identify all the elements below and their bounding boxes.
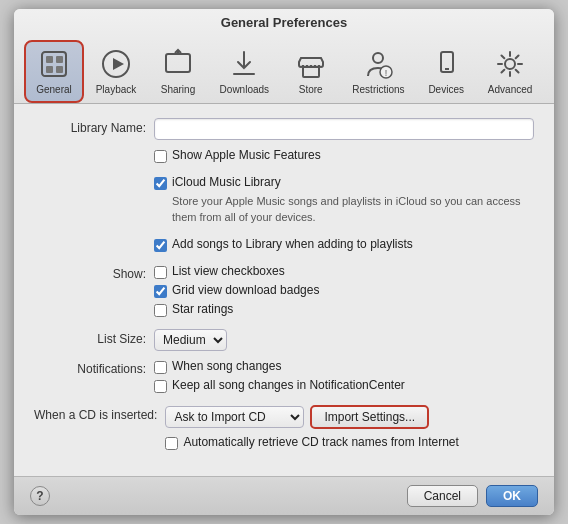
keep-all-songs-checkbox[interactable] [154, 380, 167, 393]
add-songs-row: Add songs to Library when adding to play… [34, 237, 534, 256]
auto-retrieve-checkbox[interactable] [165, 437, 178, 450]
apple-music-row: Show Apple Music Features [34, 148, 534, 167]
library-name-label: Library Name: [34, 118, 154, 135]
icloud-music-row: iCloud Music Library [154, 175, 534, 190]
notifications-section-row: Notifications: When song changes Keep al… [34, 359, 534, 397]
general-icon [36, 46, 72, 82]
notifications-label: Notifications: [34, 359, 154, 376]
library-name-row: Library Name: [34, 118, 534, 140]
preferences-window: General Preferences General [14, 9, 554, 515]
grid-view-label[interactable]: Grid view download badges [172, 283, 319, 297]
toolbar-item-devices[interactable]: Devices [416, 40, 476, 103]
show-section-row: Show: List view checkboxes Grid view dow… [34, 264, 534, 321]
svg-point-10 [373, 53, 383, 63]
svg-rect-9 [303, 67, 319, 77]
svg-rect-7 [166, 54, 190, 72]
add-songs-control: Add songs to Library when adding to play… [154, 237, 534, 256]
add-songs-spacer [34, 237, 154, 240]
add-songs-checkbox-row: Add songs to Library when adding to play… [154, 237, 534, 252]
cd-row: Ask to Import CD Import CD Import CD and… [165, 405, 534, 429]
show-apple-music-checkbox[interactable] [154, 150, 167, 163]
cancel-button[interactable]: Cancel [407, 485, 478, 507]
apple-music-spacer [34, 148, 154, 151]
auto-retrieve-label[interactable]: Automatically retrieve CD track names fr… [183, 435, 458, 449]
general-label: General [36, 84, 72, 95]
sharing-label: Sharing [161, 84, 195, 95]
import-settings-button[interactable]: Import Settings... [310, 405, 429, 429]
list-view-row: List view checkboxes [154, 264, 534, 279]
preferences-content: Library Name: Show Apple Music Features … [14, 104, 554, 476]
help-button[interactable]: ? [30, 486, 50, 506]
library-name-input[interactable] [154, 118, 534, 140]
show-apple-music-label[interactable]: Show Apple Music Features [172, 148, 321, 162]
add-songs-label[interactable]: Add songs to Library when adding to play… [172, 237, 413, 251]
when-song-changes-checkbox[interactable] [154, 361, 167, 374]
auto-retrieve-row: Automatically retrieve CD track names fr… [165, 435, 534, 450]
titlebar: General Preferences General [14, 9, 554, 104]
keep-all-songs-row: Keep all song changes in NotificationCen… [154, 378, 534, 393]
when-song-changes-row: When song changes [154, 359, 534, 374]
icloud-spacer [34, 175, 154, 178]
restrictions-label: Restrictions [352, 84, 404, 95]
notifications-control: When song changes Keep all song changes … [154, 359, 534, 397]
library-name-control [154, 118, 534, 140]
list-view-checkbox[interactable] [154, 266, 167, 279]
grid-view-checkbox[interactable] [154, 285, 167, 298]
playback-label: Playback [96, 84, 137, 95]
star-ratings-row: Star ratings [154, 302, 534, 317]
playback-icon [98, 46, 134, 82]
show-apple-music-row: Show Apple Music Features [154, 148, 534, 163]
sharing-icon [160, 46, 196, 82]
star-ratings-label[interactable]: Star ratings [172, 302, 233, 316]
svg-point-15 [505, 59, 515, 69]
advanced-icon [492, 46, 528, 82]
devices-icon [428, 46, 464, 82]
cd-inserted-control: Ask to Import CD Import CD Import CD and… [165, 405, 534, 454]
toolbar: General Playback [14, 36, 554, 103]
list-size-control: Small Medium Large [154, 329, 534, 351]
icloud-row: iCloud Music Library Store your Apple Mu… [34, 175, 534, 229]
svg-marker-6 [113, 58, 124, 70]
restrictions-icon: ! [360, 46, 396, 82]
toolbar-item-store[interactable]: Store [281, 40, 341, 103]
icloud-control: iCloud Music Library Store your Apple Mu… [154, 175, 534, 229]
icloud-music-desc: Store your Apple Music songs and playlis… [172, 194, 534, 225]
store-label: Store [299, 84, 323, 95]
svg-rect-1 [46, 56, 53, 63]
svg-rect-3 [46, 66, 53, 73]
apple-music-control: Show Apple Music Features [154, 148, 534, 167]
devices-label: Devices [428, 84, 464, 95]
cd-inserted-label: When a CD is inserted: [34, 405, 165, 422]
add-songs-checkbox[interactable] [154, 239, 167, 252]
cd-action-select[interactable]: Ask to Import CD Import CD Import CD and… [165, 406, 304, 428]
action-buttons: Cancel OK [407, 485, 538, 507]
window-title: General Preferences [14, 15, 554, 30]
store-icon [293, 46, 329, 82]
when-song-changes-label[interactable]: When song changes [172, 359, 281, 373]
svg-rect-4 [56, 66, 63, 73]
show-label: Show: [34, 264, 154, 281]
svg-rect-2 [56, 56, 63, 63]
cd-inserted-row: When a CD is inserted: Ask to Import CD … [34, 405, 534, 454]
bottom-bar: ? Cancel OK [14, 476, 554, 515]
list-size-row: List Size: Small Medium Large [34, 329, 534, 351]
downloads-label: Downloads [220, 84, 269, 95]
icloud-music-checkbox[interactable] [154, 177, 167, 190]
svg-text:!: ! [385, 68, 388, 78]
show-control: List view checkboxes Grid view download … [154, 264, 534, 321]
ok-button[interactable]: OK [486, 485, 538, 507]
toolbar-item-advanced[interactable]: Advanced [476, 40, 544, 103]
toolbar-item-downloads[interactable]: Downloads [208, 40, 281, 103]
star-ratings-checkbox[interactable] [154, 304, 167, 317]
toolbar-item-playback[interactable]: Playback [84, 40, 148, 103]
toolbar-item-general[interactable]: General [24, 40, 84, 103]
downloads-icon [226, 46, 262, 82]
list-view-label[interactable]: List view checkboxes [172, 264, 285, 278]
grid-view-row: Grid view download badges [154, 283, 534, 298]
icloud-music-label[interactable]: iCloud Music Library [172, 175, 281, 189]
list-size-select[interactable]: Small Medium Large [154, 329, 227, 351]
toolbar-item-restrictions[interactable]: ! Restrictions [341, 40, 416, 103]
list-size-label: List Size: [34, 329, 154, 346]
keep-all-songs-label[interactable]: Keep all song changes in NotificationCen… [172, 378, 405, 392]
toolbar-item-sharing[interactable]: Sharing [148, 40, 208, 103]
